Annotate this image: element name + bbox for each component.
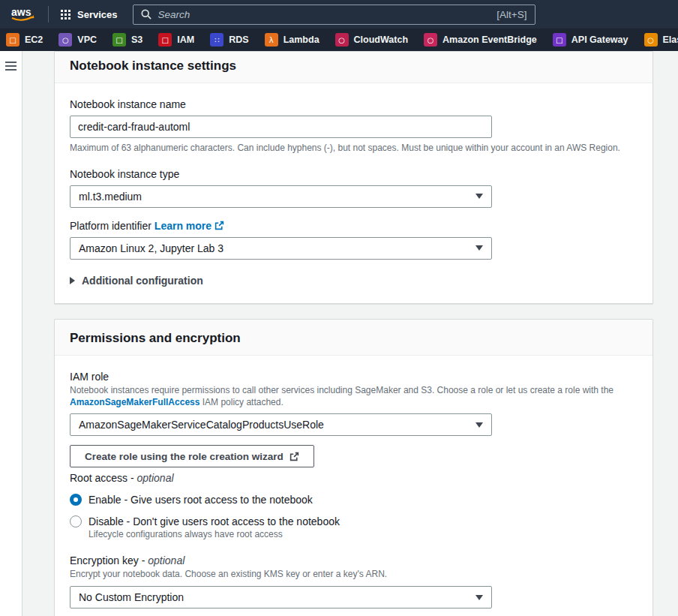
favorites-shortcut-bar: □ EC2 ○ VPC □ S3 □ IAM ∷ RDS λ Lambda ○ …	[0, 29, 678, 51]
menu-button[interactable]	[5, 62, 16, 73]
chevron-down-icon	[476, 595, 483, 600]
notebook-name-input[interactable]	[70, 116, 492, 138]
chevron-down-icon	[476, 194, 483, 199]
chevron-down-icon	[476, 422, 483, 428]
aws-logo[interactable]: aws	[9, 5, 38, 23]
radio-selected-icon	[70, 494, 82, 506]
api-gateway-icon: □	[553, 33, 566, 47]
iam-role-value: AmazonSageMakerServiceCatalogProductsUse…	[79, 419, 324, 431]
radio-unselected-icon	[70, 515, 82, 527]
search-placeholder: Search	[158, 9, 497, 20]
favorite-label: Elastic Beanstalk	[663, 35, 678, 45]
platform-identifier-label: Platform identifier Learn more	[70, 220, 638, 232]
cloudwatch-icon: ○	[335, 33, 349, 47]
platform-identifier-value: Amazon Linux 2, Jupyter Lab 3	[79, 242, 224, 254]
favorite-ec2[interactable]: □ EC2	[6, 33, 43, 47]
learn-more-link[interactable]: Learn more	[154, 220, 224, 232]
radio-label: Disable - Don't give users root access t…	[88, 515, 340, 527]
root-access-disable-help: Lifecycle configurations always have roo…	[88, 529, 638, 541]
favorite-vpc[interactable]: ○ VPC	[58, 33, 97, 47]
favorite-label: Amazon EventBridge	[442, 35, 537, 45]
root-access-disable-radio[interactable]: Disable - Don't give users root access t…	[70, 515, 638, 527]
encryption-key-help: Encrypt your notebook data. Choose an ex…	[70, 569, 638, 581]
lambda-icon: λ	[265, 33, 278, 47]
collapsed-sidebar	[0, 51, 22, 616]
s3-icon: □	[112, 33, 126, 47]
rds-icon: ∷	[210, 33, 224, 47]
card-header: Permissions and encryption	[55, 320, 652, 356]
favorite-label: VPC	[77, 35, 97, 45]
vpc-icon: ○	[58, 33, 72, 47]
notebook-name-label: Notebook instance name	[70, 98, 638, 110]
ec2-icon: □	[6, 33, 20, 47]
favorite-lambda[interactable]: λ Lambda	[265, 33, 320, 47]
favorite-label: Lambda	[284, 35, 320, 45]
favorite-rds[interactable]: ∷ RDS	[210, 33, 248, 47]
root-access-label: Root access - optional	[70, 472, 638, 484]
iam-role-select[interactable]: AmazonSageMakerServiceCatalogProductsUse…	[70, 413, 492, 436]
additional-configuration-label: Additional configuration	[82, 275, 203, 287]
card-title: Permissions and encryption	[70, 331, 638, 346]
instance-type-select[interactable]: ml.t3.medium	[70, 185, 492, 208]
card-title: Notebook instance settings	[70, 59, 638, 74]
favorite-label: S3	[131, 35, 142, 45]
caret-right-icon	[70, 277, 75, 284]
create-role-button[interactable]: Create role using the role creation wiza…	[70, 445, 314, 467]
favorite-eventbridge[interactable]: ○ Amazon EventBridge	[424, 33, 537, 47]
search-icon	[141, 9, 152, 20]
favorite-label: IAM	[177, 35, 194, 45]
platform-identifier-select[interactable]: Amazon Linux 2, Jupyter Lab 3	[70, 237, 492, 260]
notebook-instance-settings-card: Notebook instance settings Notebook inst…	[54, 51, 653, 304]
card-body: Notebook instance name Maximum of 63 alp…	[55, 83, 652, 303]
main-content: Notebook instance settings Notebook inst…	[54, 51, 653, 616]
instance-type-label: Notebook instance type	[70, 168, 638, 180]
top-navigation-bar: aws Services Search [Alt+S]	[0, 0, 678, 29]
favorite-label: CloudWatch	[354, 35, 408, 45]
notebook-name-help: Maximum of 63 alphanumeric characters. C…	[70, 143, 638, 155]
global-search-input[interactable]: Search [Alt+S]	[133, 5, 536, 25]
card-body: IAM role Notebook instances require perm…	[55, 356, 652, 616]
iam-icon: □	[158, 33, 172, 47]
eventbridge-icon: ○	[424, 33, 437, 47]
favorite-cloudwatch[interactable]: ○ CloudWatch	[335, 33, 408, 47]
radio-label: Enable - Give users root access to the n…	[88, 494, 313, 506]
encryption-key-label: Encryption key - optional	[70, 554, 638, 566]
favorite-label: API Gateway	[572, 35, 628, 45]
favorite-elastic-beanstalk[interactable]: ○ Elastic Beanstalk	[644, 33, 678, 47]
additional-configuration-expander[interactable]: Additional configuration	[70, 275, 638, 287]
root-access-enable-radio[interactable]: Enable - Give users root access to the n…	[70, 494, 638, 506]
external-link-icon	[214, 221, 224, 230]
services-label: Services	[77, 9, 118, 20]
favorite-label: EC2	[25, 35, 43, 45]
favorite-label: RDS	[229, 35, 248, 45]
services-menu-button[interactable]: Services	[61, 9, 118, 20]
elastic-beanstalk-icon: ○	[644, 33, 658, 47]
encryption-key-value: No Custom Encryption	[79, 591, 184, 603]
search-keyboard-shortcut: [Alt+S]	[496, 9, 526, 20]
card-header: Notebook instance settings	[55, 52, 652, 83]
chevron-down-icon	[476, 245, 483, 251]
external-link-icon	[290, 452, 299, 461]
aws-logo-text: aws	[11, 6, 32, 18]
favorite-iam[interactable]: □ IAM	[158, 33, 194, 47]
nav-divider	[48, 6, 49, 23]
instance-type-value: ml.t3.medium	[79, 191, 142, 203]
iam-role-label: IAM role	[70, 371, 638, 383]
iam-role-help: Notebook instances require permissions t…	[70, 385, 638, 409]
favorite-api-gateway[interactable]: □ API Gateway	[553, 33, 628, 47]
permissions-and-encryption-card: Permissions and encryption IAM role Note…	[54, 319, 653, 616]
sagemaker-fullaccess-link[interactable]: AmazonSageMakerFullAccess	[70, 397, 200, 409]
favorite-s3[interactable]: □ S3	[112, 33, 142, 47]
encryption-key-select[interactable]: No Custom Encryption	[70, 586, 492, 608]
services-grid-icon	[61, 10, 70, 20]
